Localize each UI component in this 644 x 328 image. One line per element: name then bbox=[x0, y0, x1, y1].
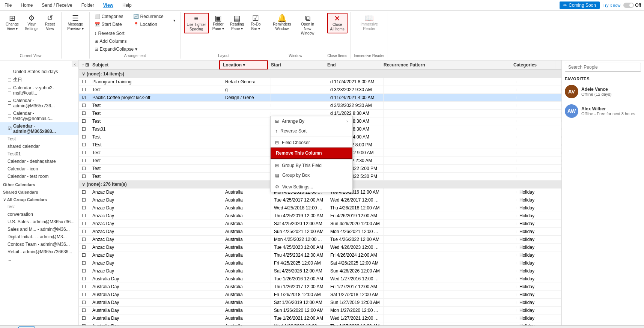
sidebar-item-cal-yuhui[interactable]: ☐ Calendar - v-yuhui2-msft@outl... bbox=[0, 84, 78, 97]
sidebar-item-digital-init-grp[interactable]: Digital Initiat... - admin@M3... bbox=[0, 233, 78, 241]
reading-pane-button[interactable]: ▤ ReadingPane ▾ bbox=[227, 13, 247, 33]
change-view-button[interactable]: ⊞ ChangeView ▾ bbox=[3, 13, 21, 33]
close-all-items-button[interactable]: ✕ CloseAll Items bbox=[327, 13, 348, 33]
table-row[interactable]: ☐ Test d 3/23/2022 9:30 AM bbox=[79, 102, 561, 110]
col-header-location[interactable]: Location ▾ bbox=[219, 60, 268, 69]
sidebar-item-cal-admin736[interactable]: ☐ Calendar - admin@M365x736... bbox=[0, 97, 78, 110]
sidebar-item-test[interactable]: Test bbox=[0, 135, 78, 143]
table-row[interactable]: ☐Australia DayAustraliaFri 1/26/2018 12:… bbox=[79, 291, 561, 299]
col-header-categories[interactable]: Categories bbox=[510, 61, 555, 69]
sidebar-item-more-grp[interactable]: ... bbox=[0, 256, 78, 263]
nav-calendar-button[interactable]: 📅 bbox=[18, 326, 35, 328]
group-header-1[interactable]: ∨ (none): 14 item(s) bbox=[79, 70, 561, 78]
menu-folder[interactable]: Folder bbox=[80, 2, 96, 9]
sidebar-item-test-grp[interactable]: test bbox=[0, 203, 78, 211]
table-row[interactable]: ☐Anzac DayAustraliaSat 4/25/2020 12:00 A… bbox=[79, 220, 561, 228]
table-row[interactable]: ☐Australia DayAustraliaTue 1/26/2016 12:… bbox=[79, 275, 561, 283]
contact-adele[interactable]: AV Adele Vance Offline (12 days) bbox=[562, 82, 644, 101]
categories-button[interactable]: ⬜ Categories bbox=[93, 13, 125, 20]
folder-pane-button[interactable]: ▣ FolderPane ▾ bbox=[210, 13, 227, 33]
table-row[interactable]: ☑ Pacific Coffee project kick-off Design… bbox=[79, 94, 561, 102]
row-checkbox[interactable]: ☐ bbox=[79, 86, 89, 93]
all-group-calendars-header[interactable]: ∨ All Group Calendars bbox=[0, 195, 78, 203]
table-row[interactable]: ☐Anzac DayAustraliaSat 4/25/2026 12:00 A… bbox=[79, 267, 561, 275]
table-row[interactable]: ☐Anzac DayAustraliaFri 4/25/2025 12:00 A… bbox=[79, 259, 561, 267]
table-row[interactable]: ☐Anzac DayAustraliaTue 4/25/2023 12:00 A… bbox=[79, 244, 561, 251]
context-menu-group-by-box[interactable]: ▤ Group by Box bbox=[271, 170, 352, 180]
todo-bar-button[interactable]: ☑ To-DoBar ▾ bbox=[247, 13, 264, 33]
table-row[interactable]: ☐Anzac DayAustraliaThu 4/25/2024 12:00 A… bbox=[79, 251, 561, 259]
reset-view-button[interactable]: ↺ ResetView bbox=[42, 13, 58, 33]
use-tighter-spacing-button[interactable]: ≡ Use TighterSpacing bbox=[184, 13, 209, 33]
table-row[interactable]: ☐Anzac DayAustraliaThu 4/25/2019 12:00 A… bbox=[79, 212, 561, 220]
sidebar-item-test01[interactable]: Test01 bbox=[0, 150, 78, 158]
col-header-recurrence[interactable]: Recurrence Pattern bbox=[381, 61, 510, 69]
menu-send-receive[interactable]: Send / Receive bbox=[40, 2, 74, 9]
col-header-start[interactable]: Start bbox=[268, 61, 324, 69]
sidebar-item-retail-grp[interactable]: Retail - admin@M365x736636... bbox=[0, 248, 78, 256]
collapse-sidebar-button[interactable]: ‹ bbox=[72, 61, 78, 67]
sidebar-item-sales-m-grp[interactable]: Sales and M... - admin@M36... bbox=[0, 226, 78, 233]
row-checkbox[interactable]: ☑ bbox=[79, 94, 89, 101]
sidebar-item-us-sales-grp[interactable]: U.S. Sales - admin@M365x736... bbox=[0, 218, 78, 226]
sidebar-item-cal-deshaqshare[interactable]: Calendar - deshaqshare bbox=[0, 158, 78, 165]
sidebar-item-us-holidays[interactable]: ☐ United States holidays bbox=[0, 68, 78, 75]
sidebar-item-cal-test-room[interactable]: Calendar - test room bbox=[0, 173, 78, 180]
menu-help[interactable]: Help bbox=[121, 2, 133, 9]
contact-alex[interactable]: AW Alex Wilber Offline - Free for next 8… bbox=[562, 101, 644, 121]
try-now-button[interactable]: Try it now bbox=[603, 3, 620, 8]
ribbon-group-immersive: 📖 ImmersiveReader Immersive Reader bbox=[351, 12, 388, 59]
menu-home[interactable]: Home bbox=[19, 2, 34, 9]
context-menu-view-settings[interactable]: ⚙ View Settings... bbox=[271, 182, 352, 192]
menu-file[interactable]: File bbox=[3, 2, 13, 9]
table-row[interactable]: ☐Australia DayAustraliaTue 1/26/2021 12:… bbox=[79, 314, 561, 322]
sidebar-item-contoso-team-grp[interactable]: Contoso Team - admin@M36... bbox=[0, 241, 78, 248]
arrangement-dropdown-button[interactable]: ▾ bbox=[172, 17, 178, 24]
nav-people-button[interactable]: 👤 bbox=[36, 326, 53, 328]
col-header-subject[interactable]: Subject bbox=[89, 61, 219, 69]
table-row[interactable]: ☐Anzac DayAustraliaSun 4/25/2021 12:00 A… bbox=[79, 228, 561, 236]
message-preview-button[interactable]: ☰ MessagePreview ▾ bbox=[65, 13, 86, 33]
table-row[interactable]: ☐ Test g d 3/23/2022 9:30 AM bbox=[79, 86, 561, 94]
table-row[interactable]: ☐Australia DayAustraliaThu 1/26/2017 12:… bbox=[79, 283, 561, 291]
sidebar-item-birthday[interactable]: ☐ 生日 bbox=[0, 75, 78, 84]
reading-pane-icon: ▤ bbox=[233, 14, 241, 22]
toggle-circle[interactable] bbox=[623, 3, 634, 8]
view-settings-button[interactable]: ⚙ ViewSettings bbox=[22, 13, 41, 33]
menu-view[interactable]: View bbox=[102, 2, 115, 9]
sidebar-item-shared-calendar[interactable]: shared calendar bbox=[0, 143, 78, 150]
table-row[interactable]: ☐Anzac DayAustraliaTue 4/25/2017 12:00 A… bbox=[79, 196, 561, 204]
view-settings-icon: ⚙ bbox=[28, 14, 35, 22]
reminders-window-button[interactable]: 🔔 RemindersWindow bbox=[270, 13, 293, 33]
open-new-window-button[interactable]: ⧉ Open in NewWindow bbox=[295, 13, 321, 37]
row-checkbox[interactable]: ☐ bbox=[79, 78, 89, 86]
add-columns-button[interactable]: ⊞ Add Columns bbox=[93, 38, 139, 45]
expand-collapse-button[interactable]: ⊟ Expand/Collapse ▾ bbox=[93, 45, 139, 53]
context-menu-field-chooser[interactable]: ⊟ Field Chooser bbox=[271, 138, 352, 147]
recurrence-button[interactable]: 🔄 Recurrence bbox=[131, 13, 166, 20]
start-date-button[interactable]: 📅 Start Date bbox=[93, 21, 125, 28]
nav-tasks-button[interactable]: ✓ bbox=[54, 326, 68, 328]
nav-more-button[interactable]: ••• bbox=[70, 326, 85, 328]
context-menu-remove-column[interactable]: Remove This Column bbox=[271, 147, 352, 159]
table-row[interactable]: ☐Australia DayAustraliaSun 1/26/2020 12:… bbox=[79, 307, 561, 314]
table-row[interactable]: ☐ Planogram Training Retail / Genera d 1… bbox=[79, 78, 561, 86]
immersive-reader-button[interactable]: 📖 ImmersiveReader bbox=[358, 13, 381, 33]
reverse-sort-button[interactable]: ↕ Reverse Sort bbox=[93, 30, 139, 37]
table-row[interactable]: ☐Anzac DayAustraliaWed 4/25/2018 12:00 A… bbox=[79, 204, 561, 212]
context-menu-reverse-sort[interactable]: ↕ Reverse Sort bbox=[271, 126, 352, 136]
table-row[interactable]: ☐Anzac DayAustraliaMon 4/25/2022 12:00 A… bbox=[79, 236, 561, 244]
sidebar-item-cal-testcyy[interactable]: ☐ Calendar - testcyy@hotmail.c... bbox=[0, 110, 78, 122]
sidebar-item-conversation-grp[interactable]: conversation bbox=[0, 211, 78, 218]
context-menu-arrange-by[interactable]: ⊞ Arrange By › bbox=[271, 116, 352, 126]
search-people-input[interactable] bbox=[565, 63, 641, 72]
sidebar-item-cal-admin883[interactable]: ☑ Calendar - admin@M365x883... bbox=[0, 122, 78, 135]
context-menu-group-by-field[interactable]: ⊞ Group By This Field bbox=[271, 161, 352, 170]
nav-mail-button[interactable]: ✉ bbox=[3, 326, 17, 328]
table-row[interactable]: ☐Australia DayAustraliaWed 1/26/2022 12:… bbox=[79, 322, 561, 325]
table-row[interactable]: ☐Australia DayAustraliaSat 1/26/2019 12:… bbox=[79, 299, 561, 307]
location-arrangement-button[interactable]: 📍 Location bbox=[131, 21, 166, 28]
coming-soon-button[interactable]: ✏ Coming Soon bbox=[560, 2, 600, 9]
sidebar-item-cal-icon[interactable]: Calendar - icon bbox=[0, 165, 78, 173]
col-header-end[interactable]: End bbox=[324, 61, 381, 69]
